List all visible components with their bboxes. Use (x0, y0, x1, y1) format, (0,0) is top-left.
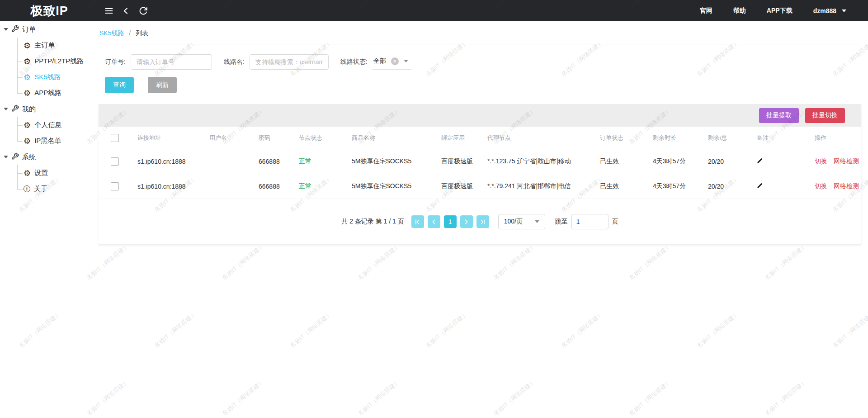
sidebar-item-label: SK5线路 (34, 73, 61, 81)
switch-link[interactable]: 切换 (815, 157, 827, 165)
sidebar-item-pptp-l2tp[interactable]: ⚙ PPTP/L2TP线路 (17, 53, 99, 69)
batch-switch-button[interactable]: 批量切换 (805, 108, 845, 123)
sidebar-item-label: 个人信息 (34, 121, 61, 129)
topbar-right-nav: 官网 帮助 APP下载 dzm888 (700, 7, 868, 15)
next-page-button[interactable] (460, 215, 473, 228)
remaining-time: 4天3时57分 (653, 182, 708, 190)
prev-page-button[interactable] (428, 215, 440, 228)
jump-to-input[interactable] (571, 214, 609, 229)
pagination: 共 2 条记录 第 1 / 1 页 1 100/页 跳至 页 (99, 199, 861, 244)
filter-bar: 订单号: 线路名: 线路状态: 全部 ✕ (99, 54, 861, 70)
line-status-value: 全部 (373, 57, 386, 65)
sidebar-group-system: 系统 ⚙ 设置 i 关于 (0, 149, 99, 197)
table-header-row: 连接地址 用户名 密码 节点状态 商品名称 绑定应用 代理节点 订单状态 剩余时… (99, 127, 861, 149)
gear-icon: ⚙ (24, 73, 31, 81)
remaining-time: 4天3时57分 (653, 157, 708, 166)
sidebar-item-settings[interactable]: ⚙ 设置 (17, 165, 99, 181)
edit-remark-icon[interactable] (757, 183, 763, 189)
col-bound-app: 绑定应用 (441, 134, 487, 142)
row-checkbox[interactable] (111, 157, 119, 166)
col-proxy-node: 代理节点 (487, 134, 600, 142)
sidebar-item-label: PPTP/L2TP线路 (34, 57, 84, 66)
password-cell: 666888 (259, 183, 299, 190)
sidebar-group-mine: 我的 ⚙ 个人信息 ⚙ IP黑名单 (0, 101, 99, 149)
select-all-checkbox[interactable] (111, 134, 119, 142)
username: dzm888 (813, 7, 836, 14)
jump-to-label: 跳至 (555, 218, 568, 226)
network-check-link[interactable]: 网络检测 (834, 182, 859, 190)
filter-order-no: 订单号: (105, 54, 212, 70)
first-page-button[interactable] (411, 215, 424, 228)
hamburger-menu-icon[interactable] (104, 6, 114, 16)
sidebar-group-orders: 订单 ⚙ 主订单 ⚙ PPTP/L2TP线路 ⚙ SK5线路 ⚙ APP线路 (0, 21, 99, 101)
triangle-down-icon (4, 108, 8, 110)
order-no-input[interactable] (131, 54, 212, 70)
breadcrumb-section-link[interactable]: SK5线路 (99, 29, 124, 37)
remaining-total: 20/20 (708, 183, 757, 190)
breadcrumb-current: 列表 (136, 29, 148, 37)
sidebar-group-header-orders[interactable]: 订单 (0, 21, 99, 38)
conn-address: s1.ip610.cn:1888 (137, 158, 209, 165)
table-row: s1.ip610.cn:1888 666888 正常 5M独享住宅SOCKS5 … (99, 174, 861, 199)
col-password: 密码 (259, 134, 299, 142)
bound-app: 百度极速版 (441, 182, 487, 190)
page-number-button[interactable]: 1 (444, 215, 457, 228)
remaining-total: 20/20 (708, 158, 757, 165)
info-icon: i (24, 185, 30, 192)
sidebar-group-children: ⚙ 设置 i 关于 (17, 165, 99, 197)
sidebar-group-children: ⚙ 个人信息 ⚙ IP黑名单 (17, 117, 99, 149)
node-status: 正常 (299, 157, 352, 166)
sidebar-group-header-mine[interactable]: 我的 (0, 101, 99, 117)
node-status: 正常 (299, 182, 352, 190)
edit-remark-icon[interactable] (757, 158, 763, 164)
topbar-nav-icons (104, 6, 148, 16)
proxy-node: *.*.79.241 河北省|邯郸市|电信 (487, 182, 600, 190)
sidebar: 订单 ⚙ 主订单 ⚙ PPTP/L2TP线路 ⚙ SK5线路 ⚙ APP线路 (0, 21, 99, 418)
sidebar-item-ip-blacklist[interactable]: ⚙ IP黑名单 (17, 133, 99, 149)
sidebar-item-sk5-line[interactable]: ⚙ SK5线路 (17, 69, 99, 85)
line-status-select[interactable]: 全部 ✕ (373, 54, 411, 70)
product-name: 5M独享住宅SOCKS5 (352, 157, 441, 166)
chevron-down-icon (535, 220, 539, 223)
sidebar-item-label: APP线路 (34, 89, 61, 97)
table-card: 批量提取 批量切换 连接地址 用户名 密码 节点状态 商品名称 绑定应用 代理节… (99, 104, 861, 245)
sidebar-item-app-line[interactable]: ⚙ APP线路 (17, 85, 99, 101)
table-row: s1.ip610.cn:1888 666888 正常 5M独享住宅SOCKS5 … (99, 149, 861, 174)
query-button[interactable]: 查询 (105, 77, 134, 93)
sidebar-item-main-order[interactable]: ⚙ 主订单 (17, 38, 99, 53)
action-row: 查询 刷新 (99, 77, 861, 93)
product-name: 5M独享住宅SOCKS5 (352, 182, 441, 190)
sidebar-item-personal-info[interactable]: ⚙ 个人信息 (17, 117, 99, 133)
breadcrumb: SK5线路 / 列表 (99, 21, 861, 44)
sidebar-group-children: ⚙ 主订单 ⚙ PPTP/L2TP线路 ⚙ SK5线路 ⚙ APP线路 (17, 38, 99, 101)
sidebar-group-label: 我的 (22, 105, 36, 114)
clear-icon[interactable]: ✕ (391, 57, 399, 65)
batch-extract-button[interactable]: 批量提取 (759, 108, 799, 123)
sidebar-group-label: 系统 (22, 153, 36, 162)
switch-link[interactable]: 切换 (815, 182, 827, 190)
nav-official-site[interactable]: 官网 (700, 7, 712, 15)
last-page-button[interactable] (476, 215, 489, 228)
page-size-select[interactable]: 100/页 (498, 214, 545, 229)
col-remaining-time: 剩余时长 (653, 134, 708, 142)
col-node-status: 节点状态 (299, 134, 352, 142)
order-status: 已生效 (600, 157, 653, 166)
sidebar-item-label: 设置 (34, 169, 48, 177)
nav-help[interactable]: 帮助 (733, 7, 746, 15)
sidebar-item-about[interactable]: i 关于 (17, 181, 99, 197)
network-check-link[interactable]: 网络检测 (834, 157, 859, 165)
user-menu[interactable]: dzm888 (813, 7, 846, 14)
refresh-button[interactable]: 刷新 (148, 77, 177, 93)
sidebar-group-header-system[interactable]: 系统 (0, 149, 99, 165)
refresh-icon[interactable] (138, 6, 148, 16)
row-checkbox[interactable] (111, 182, 119, 190)
triangle-down-icon (4, 28, 8, 31)
main-content: SK5线路 / 列表 订单号: 线路名: 线路状态: 全部 ✕ 查询 刷新 批量… (99, 21, 861, 418)
back-icon[interactable] (121, 6, 131, 16)
line-name-input[interactable] (250, 54, 329, 70)
gear-icon: ⚙ (24, 121, 31, 129)
col-operation: 操作 (815, 134, 861, 142)
nav-app-download[interactable]: APP下载 (767, 7, 793, 15)
app-logo: 极致IP (0, 3, 99, 19)
filter-line-status: 线路状态: 全部 ✕ (340, 54, 411, 70)
